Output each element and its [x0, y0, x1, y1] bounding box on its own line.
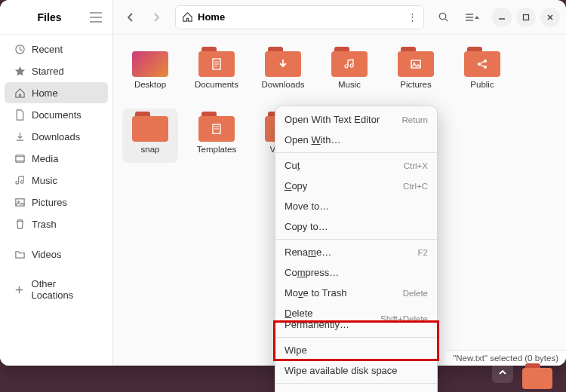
- folder-icon: [398, 47, 434, 77]
- file-label: Public: [470, 80, 494, 89]
- ctx-open-with[interactable]: Open With…: [275, 130, 437, 150]
- file-item-public[interactable]: Public: [454, 44, 510, 92]
- dock-folder-icon[interactable]: [522, 363, 552, 389]
- sidebar-list: RecentStarredHomeDocumentsDownloadsMedia…: [0, 35, 112, 366]
- sidebar-item-pictures[interactable]: Pictures: [5, 191, 108, 213]
- file-label: Music: [338, 80, 361, 89]
- file-item-desktop[interactable]: Desktop: [122, 44, 178, 92]
- file-label: Documents: [195, 80, 238, 89]
- home-icon: [182, 11, 193, 23]
- ctx-copy[interactable]: CopyCtrl+C: [275, 176, 437, 196]
- sidebar-item-downloads[interactable]: Downloads: [5, 126, 108, 147]
- ctx-shortcut: Ctrl+C: [403, 182, 428, 191]
- close-button[interactable]: [540, 8, 560, 27]
- toolbar: Home ⋮: [113, 0, 566, 35]
- music-icon: [14, 174, 26, 186]
- ctx-label: Copy to…: [285, 221, 428, 232]
- sidebar-item-other-locations[interactable]: Other Locations: [5, 274, 108, 305]
- file-item-documents[interactable]: Documents: [189, 44, 245, 92]
- plus-icon: [14, 283, 26, 296]
- maximize-button[interactable]: [516, 8, 536, 27]
- ctx-rename[interactable]: Rename…F2: [275, 242, 437, 262]
- ctx-label: Wipe available disk space: [285, 365, 428, 376]
- ctx-label: Wipe: [285, 345, 428, 356]
- sidebar-item-home[interactable]: Home: [5, 82, 108, 103]
- ctx-shortcut: Shift+Delete: [380, 314, 428, 323]
- sidebar-item-trash[interactable]: Trash: [5, 213, 108, 234]
- folder-icon: [198, 112, 235, 142]
- ctx-shortcut: Delete: [403, 289, 428, 298]
- sidebar-item-label: Trash: [32, 219, 57, 230]
- folder-icon: [198, 47, 235, 77]
- ctx-separator: [275, 383, 437, 384]
- ctx-move-to-trash[interactable]: Move to TrashDelete: [275, 283, 437, 303]
- ctx-copy-to[interactable]: Copy to…: [275, 216, 437, 237]
- ctx-label: Open With Text Editor: [285, 114, 401, 125]
- back-button[interactable]: [119, 6, 142, 29]
- folder-icon: [331, 47, 368, 77]
- sidebar-item-music[interactable]: Music: [5, 170, 108, 191]
- ctx-shortcut: Ctrl+X: [404, 161, 428, 170]
- sidebar-item-starred[interactable]: Starred: [5, 60, 108, 81]
- ctx-label: Delete Permanently…: [285, 308, 380, 330]
- svg-point-11: [484, 66, 487, 69]
- file-item-pictures[interactable]: Pictures: [388, 44, 444, 92]
- file-label: Downloads: [262, 80, 305, 89]
- folder-icon: [132, 47, 168, 77]
- sidebar-item-media[interactable]: Media: [5, 148, 108, 169]
- sidebar-header: Files: [0, 0, 112, 35]
- ctx-properties[interactable]: PropertiesAlt+Return: [275, 386, 437, 392]
- file-item-templates[interactable]: Templates: [189, 109, 245, 163]
- ctx-label: Move to…: [285, 201, 428, 212]
- svg-rect-2: [15, 198, 23, 205]
- minimize-button[interactable]: [492, 8, 512, 27]
- star-icon: [14, 65, 26, 77]
- file-item-snap[interactable]: snap: [122, 109, 178, 163]
- home-icon: [14, 87, 26, 99]
- ctx-label: Rename…: [285, 247, 418, 258]
- file-item-downloads[interactable]: Downloads: [255, 44, 311, 92]
- ctx-label: Open With…: [285, 134, 428, 145]
- ctx-separator: [275, 239, 437, 240]
- path-bar[interactable]: Home ⋮: [175, 5, 424, 29]
- file-label: Desktop: [134, 80, 166, 89]
- sidebar-item-label: Starred: [32, 66, 64, 77]
- file-label: Pictures: [400, 80, 432, 89]
- sidebar-item-label: Pictures: [32, 197, 67, 208]
- ctx-separator: [275, 337, 437, 338]
- forward-button[interactable]: [145, 6, 168, 29]
- ctx-compress[interactable]: Compress…: [275, 262, 437, 283]
- file-label: snap: [141, 145, 160, 154]
- file-label: Templates: [197, 145, 236, 154]
- clock-icon: [14, 43, 26, 55]
- folder-icon: [464, 47, 500, 77]
- view-options-button[interactable]: [457, 6, 488, 29]
- ctx-cut[interactable]: CutCtrl+X: [275, 155, 437, 176]
- folder-icon: [14, 248, 26, 260]
- ctx-separator: [275, 152, 437, 153]
- path-more-icon[interactable]: ⋮: [408, 11, 417, 23]
- sidebar-item-label: Music: [32, 175, 57, 186]
- ctx-open-with-text-editor[interactable]: Open With Text EditorReturn: [275, 109, 437, 130]
- file-item-music[interactable]: Music: [321, 44, 377, 92]
- folder-icon: [132, 112, 168, 142]
- ctx-delete-permanently[interactable]: Delete Permanently…Shift+Delete: [275, 303, 437, 335]
- svg-point-4: [439, 13, 445, 19]
- sidebar-item-label: Media: [32, 153, 58, 164]
- ctx-wipe-available-disk-space[interactable]: Wipe available disk space: [275, 360, 437, 381]
- search-button[interactable]: [432, 6, 454, 29]
- dock-expand-icon[interactable]: [492, 362, 513, 383]
- ctx-shortcut: F2: [418, 248, 428, 257]
- ctx-move-to[interactable]: Move to…: [275, 196, 437, 216]
- app-title: Files: [9, 11, 90, 23]
- sidebar-item-documents[interactable]: Documents: [5, 104, 108, 125]
- sidebar-menu-icon[interactable]: [90, 12, 103, 23]
- ctx-label: Copy: [285, 180, 403, 191]
- context-menu: Open With Text EditorReturnOpen With…Cut…: [275, 106, 438, 392]
- ctx-wipe[interactable]: Wipe: [275, 340, 437, 360]
- folder-icon: [265, 47, 301, 77]
- sidebar-item-videos[interactable]: Videos: [5, 243, 108, 265]
- sidebar-item-recent[interactable]: Recent: [5, 38, 108, 60]
- media-icon: [14, 152, 26, 164]
- sidebar-item-label: Recent: [32, 44, 63, 55]
